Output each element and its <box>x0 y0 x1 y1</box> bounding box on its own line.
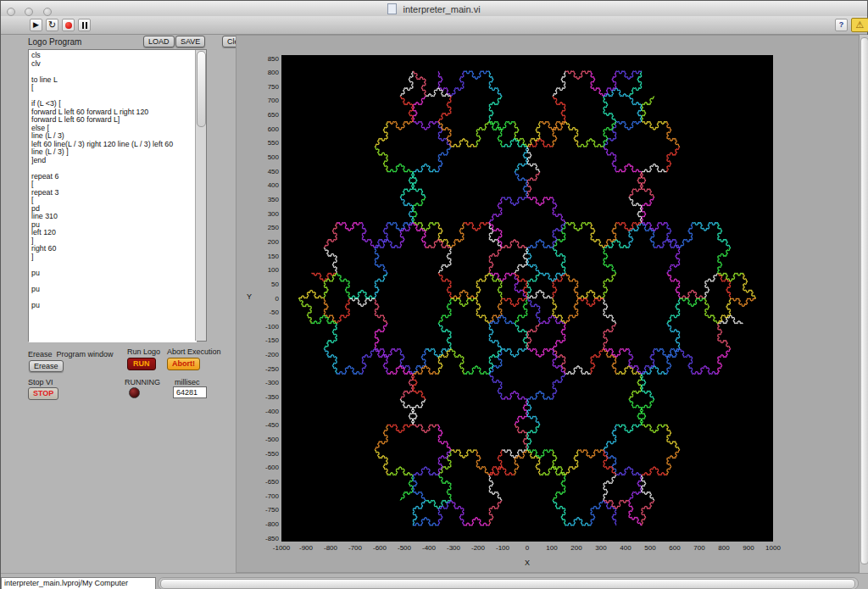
help-button[interactable]: ? <box>835 19 848 31</box>
y-tick-label: -500 <box>238 436 279 443</box>
y-tick-label: -150 <box>238 336 279 344</box>
abort-execution-button[interactable] <box>62 19 75 31</box>
save-button[interactable]: SAVE <box>175 36 205 47</box>
vi-window: interpreter_main.vi ▶ ↻ ? ⚠ Logo Program… <box>0 0 868 589</box>
y-tick-label: 500 <box>238 153 279 161</box>
window-title: interpreter_main.vi <box>403 4 480 14</box>
warning-icon: ⚠ <box>856 19 865 30</box>
vertical-scroll-thumb[interactable] <box>860 37 868 564</box>
continuous-run-button[interactable]: ↻ <box>46 19 58 31</box>
horizontal-scroll-thumb[interactable] <box>160 579 855 589</box>
y-tick-label: 250 <box>238 224 279 231</box>
pause-button[interactable] <box>78 19 91 31</box>
y-tick-label: 600 <box>238 125 279 133</box>
y-tick-label: 400 <box>238 181 279 189</box>
y-tick-label: -300 <box>238 379 279 386</box>
y-tick-label: 750 <box>238 83 279 91</box>
abort-logo-button[interactable]: Abort! <box>167 358 200 370</box>
run-arrow-icon: ▶ <box>33 20 39 29</box>
y-tick-label: 100 <box>238 266 279 274</box>
stop-vi-label: Stop VI <box>28 378 53 386</box>
running-led-indicator <box>129 387 140 398</box>
y-tick-label: -50 <box>238 308 279 316</box>
run-logo-button[interactable]: RUN <box>127 358 156 370</box>
x-tick-label: 1000 <box>756 544 790 552</box>
pause-icon <box>82 22 84 29</box>
plot-area <box>281 55 773 542</box>
erease-caption: Erease Program window <box>28 350 114 358</box>
y-tick-label: -750 <box>238 506 279 514</box>
close-button[interactable] <box>7 8 15 16</box>
y-tick-label: -700 <box>238 492 279 500</box>
stop-vi-button[interactable]: STOP <box>28 387 58 400</box>
x-axis-label: X <box>281 558 773 567</box>
y-tick-label: 200 <box>238 238 279 246</box>
continuous-run-icon: ↻ <box>48 19 56 30</box>
y-axis-label: Y <box>247 292 252 301</box>
abort-icon <box>65 22 72 29</box>
y-tick-label: -600 <box>238 464 279 471</box>
y-tick-label: -650 <box>238 478 279 486</box>
y-tick-label: 800 <box>238 69 279 76</box>
program-editor-scroll-thumb[interactable] <box>197 51 206 127</box>
y-tick-label: 850 <box>238 55 279 63</box>
y-tick-label: -550 <box>238 450 279 458</box>
y-tick-label: -800 <box>238 520 279 528</box>
y-tick-label: 450 <box>238 168 279 175</box>
xy-graph: 8508007507006506005505004504003503002502… <box>236 35 860 573</box>
warning-list-button[interactable]: ⚠ <box>851 18 868 32</box>
running-label: RUNNING <box>125 378 160 386</box>
y-tick-label: 150 <box>238 253 279 260</box>
y-tick-label: 650 <box>238 111 279 119</box>
y-tick-label: -200 <box>238 351 279 358</box>
vertical-scrollbar[interactable] <box>859 35 868 573</box>
horizontal-scrollbar[interactable] <box>158 577 859 589</box>
minimize-button[interactable] <box>25 8 33 16</box>
y-tick-label: -100 <box>238 323 279 331</box>
y-tick-label: 550 <box>238 139 279 147</box>
y-tick-label: 300 <box>238 210 279 218</box>
millisec-label: millisec <box>175 378 200 386</box>
titlebar: interpreter_main.vi <box>1 1 867 17</box>
run-logo-label: Run Logo <box>127 347 160 356</box>
bottom-bar: interpreter_main.lvproj/My Computer <box>1 573 868 589</box>
erease-button[interactable]: Erease <box>29 360 64 372</box>
project-context-label: interpreter_main.lvproj/My Computer <box>1 577 156 589</box>
y-tick-label: 700 <box>238 97 279 104</box>
program-code-input[interactable]: cls clv to line L [ if (L <3) [ forward … <box>29 50 197 342</box>
y-tick-label: -350 <box>238 393 279 401</box>
y-tick-label: -850 <box>238 535 279 542</box>
zoom-button[interactable] <box>43 8 52 16</box>
y-tick-label: -450 <box>238 421 279 429</box>
y-tick-label: 350 <box>238 196 279 203</box>
y-tick-label: 0 <box>238 295 279 303</box>
vi-document-icon <box>387 3 397 14</box>
logo-program-label: Logo Program <box>28 37 81 47</box>
help-icon: ? <box>839 20 844 29</box>
y-tick-label: -400 <box>238 408 279 415</box>
y-tick-label: 50 <box>238 281 279 288</box>
toolbar: ▶ ↻ ? ⚠ <box>1 16 867 35</box>
program-editor: cls clv to line L [ if (L <3) [ forward … <box>28 49 207 342</box>
program-editor-scrollbar[interactable] <box>195 50 206 341</box>
run-button[interactable]: ▶ <box>30 19 42 31</box>
abort-execution-label: Abort Execution <box>167 347 221 356</box>
y-tick-label: -250 <box>238 365 279 373</box>
load-button[interactable]: LOAD <box>143 36 175 47</box>
millisec-display: 64281 <box>173 386 207 398</box>
